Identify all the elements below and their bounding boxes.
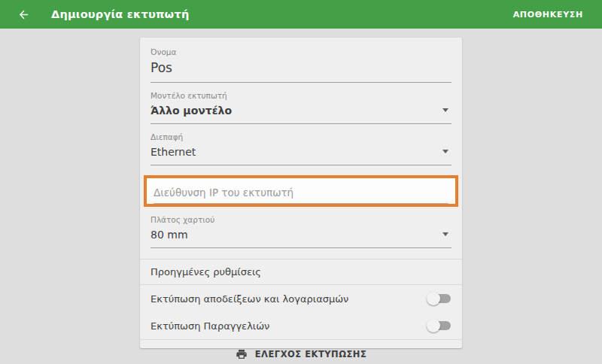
model-field: Μοντέλο εκτυπωτή Άλλο μοντέλο	[150, 83, 451, 124]
test-print-button[interactable]: ΕΛΕΓΧΟΣ ΕΚΤΥΠΩΣΗΣ	[140, 340, 462, 364]
arrow-left-icon	[17, 8, 30, 21]
name-field-label: Όνομα	[150, 47, 451, 57]
print-receipts-row: Εκτύπωση αποδείξεων και λογαριασμών	[140, 285, 462, 312]
advanced-settings-header: Προηγμένες ρυθμίσεις	[140, 259, 462, 284]
fields-container: Όνομα Pos Μοντέλο εκτυπωτή Άλλο μοντέλο …	[140, 38, 462, 248]
name-input-value: Pos	[150, 60, 451, 76]
page-title: Δημιουργία εκτυπωτή	[51, 8, 189, 20]
back-button[interactable]	[14, 5, 32, 23]
print-receipts-label: Εκτύπωση αποδείξεων και λογαριασμών	[150, 293, 348, 305]
model-select[interactable]: Άλλο μοντέλο	[150, 104, 451, 124]
printer-form-card: Όνομα Pos Μοντέλο εκτυπωτή Άλλο μοντέλο …	[140, 38, 462, 348]
test-print-label: ΕΛΕΓΧΟΣ ΕΚΤΥΠΩΣΗΣ	[255, 349, 367, 359]
spacer	[140, 248, 462, 259]
paper-width-field-label: Πλάτος χαρτιού	[150, 215, 451, 225]
model-field-label: Μοντέλο εκτυπωτή	[150, 91, 451, 101]
chevron-down-icon	[442, 150, 448, 153]
paper-width-select[interactable]: 80 mm	[150, 228, 451, 248]
paper-width-field: Πλάτος χαρτιού 80 mm	[150, 207, 451, 248]
interface-select-value: Ethernet	[150, 145, 451, 159]
interface-field: Διεπαφή Ethernet	[150, 124, 451, 165]
paper-width-select-value: 80 mm	[150, 228, 451, 241]
printer-icon	[236, 348, 248, 360]
app-bar: Δημιουργία εκτυπωτή ΑΠΟΘΗΚΕΥΣΗ	[0, 0, 602, 29]
chevron-down-icon	[442, 232, 448, 236]
print-receipts-toggle[interactable]	[427, 292, 451, 305]
ip-address-input[interactable]: Διεύθυνση IP του εκτυπωτή	[154, 187, 448, 204]
model-select-value: Άλλο μοντέλο	[150, 104, 451, 117]
toggle-knob	[427, 319, 440, 332]
save-button[interactable]: ΑΠΟΘΗΚΕΥΣΗ	[513, 0, 583, 29]
print-orders-row: Εκτύπωση Παραγγελιών	[140, 312, 462, 339]
highlight-box: Διεύθυνση IP του εκτυπωτή	[144, 175, 458, 207]
chevron-down-icon	[442, 108, 448, 112]
toggle-knob	[427, 292, 440, 305]
print-orders-label: Εκτύπωση Παραγγελιών	[150, 320, 269, 332]
print-orders-toggle[interactable]	[427, 319, 451, 332]
ip-address-placeholder: Διεύθυνση IP του εκτυπωτή	[154, 187, 448, 199]
interface-select[interactable]: Ethernet	[150, 145, 451, 165]
name-input[interactable]: Pos	[150, 60, 451, 83]
name-field: Όνομα Pos	[150, 39, 451, 83]
interface-field-label: Διεπαφή	[150, 132, 451, 142]
